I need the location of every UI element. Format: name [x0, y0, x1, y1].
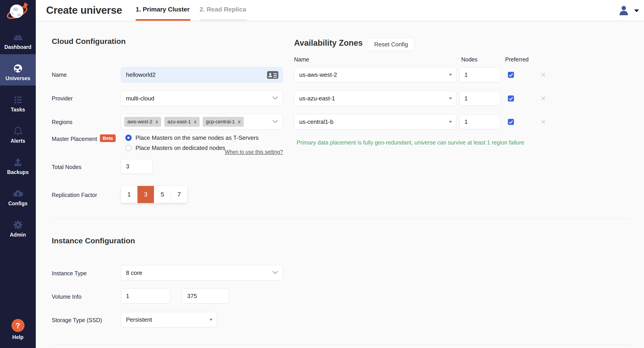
- replication-factor-3-button[interactable]: 3: [138, 186, 154, 203]
- globe-icon: [0, 63, 36, 74]
- az-zone-select[interactable]: us-azu-east-1: [294, 91, 456, 106]
- regions-label: Regions: [52, 119, 72, 126]
- availability-zones-heading: Availability Zones: [294, 38, 363, 48]
- radio-label: Place Masters on the same nodes as T-Ser…: [136, 134, 258, 141]
- region-chip[interactable]: azu-east-1 x: [164, 117, 200, 127]
- bell-icon: [0, 126, 36, 137]
- remove-zone-icon[interactable]: [541, 72, 546, 78]
- region-chip[interactable]: aws-west-2 x: [124, 117, 161, 127]
- sidebar-item-label: Admin: [0, 232, 36, 238]
- radio-masters-same-nodes[interactable]: Place Masters on the same nodes as T-Ser…: [125, 134, 258, 142]
- region-chip-label: gcp-central-1: [206, 119, 235, 125]
- volume-info-label: Volume Info: [52, 294, 82, 300]
- autofill-card-icon: [267, 71, 278, 79]
- chevron-down-icon: [272, 120, 278, 124]
- provider-select[interactable]: multi-cloud: [121, 91, 283, 106]
- sidebar-item-admin[interactable]: Admin: [0, 211, 36, 242]
- az-nodes-input[interactable]: [459, 67, 500, 82]
- radio-selected-icon: [125, 134, 132, 141]
- backup-upload-icon: [0, 157, 36, 168]
- sidebar-item-universes[interactable]: Universes: [0, 54, 36, 86]
- user-menu-button[interactable]: [618, 5, 639, 16]
- tab-label: 2. Read Replica: [200, 6, 246, 13]
- storage-type-label: Storage Type (SSD): [52, 317, 102, 324]
- sidebar-item-label: Backups: [0, 169, 36, 175]
- header-divider: [618, 0, 618, 21]
- preferred-checkbox-checked[interactable]: [508, 96, 514, 102]
- section-divider: [52, 218, 631, 218]
- az-zone-select[interactable]: us-aws-west-2: [294, 67, 456, 82]
- gauge-icon: [0, 32, 36, 43]
- sidebar-item-dashboard[interactable]: Dashboard: [0, 23, 36, 54]
- sidebar: Dashboard Universes: [0, 0, 36, 348]
- radio-unselected-icon: [125, 145, 132, 151]
- provider-value: multi-cloud: [126, 95, 154, 102]
- az-zone-select[interactable]: us-central1-b: [294, 114, 456, 130]
- remove-chip-icon[interactable]: x: [156, 119, 158, 125]
- replication-factor-5-button[interactable]: 5: [154, 186, 171, 203]
- cloud-configuration-heading: Cloud Configuration: [52, 37, 126, 46]
- total-nodes-label: Total Nodes: [52, 164, 82, 170]
- instance-type-select[interactable]: 8 core: [121, 265, 283, 280]
- sidebar-item-help[interactable]: ? Help: [0, 318, 36, 346]
- az-nodes-input[interactable]: [459, 114, 500, 129]
- preferred-checkbox-checked[interactable]: [508, 72, 514, 78]
- sidebar-nav: Dashboard Universes: [0, 23, 36, 242]
- region-chip-label: aws-west-2: [127, 119, 152, 125]
- sidebar-item-backups[interactable]: Backups: [0, 148, 36, 180]
- sidebar-item-label: Alerts: [0, 138, 36, 144]
- sidebar-item-alerts[interactable]: Alerts: [0, 117, 36, 148]
- dropdown-caret-icon: [449, 74, 452, 76]
- az-column-preferred: Preferred: [505, 56, 528, 63]
- help-icon: ?: [12, 319, 24, 332]
- az-zone-value: us-aws-west-2: [299, 71, 337, 78]
- dropdown-caret-icon: [449, 121, 452, 123]
- help-label: Help: [0, 334, 36, 340]
- instance-configuration-heading: Instance Configuration: [52, 236, 135, 245]
- replication-factor-1-button[interactable]: 1: [121, 186, 138, 203]
- cloud-upload-icon: [0, 188, 36, 199]
- active-tab-indicator: [136, 19, 190, 21]
- volume-count-input[interactable]: [121, 288, 170, 304]
- tab-primary-cluster[interactable]: 1. Primary Cluster: [136, 0, 190, 21]
- tab-read-replica[interactable]: 2. Read Replica: [200, 0, 247, 21]
- top-bar: Create universe 1. Primary Cluster 2. Re…: [36, 0, 644, 21]
- remove-zone-icon[interactable]: [541, 119, 546, 124]
- when-to-use-setting-link[interactable]: When to use this setting?: [225, 149, 283, 155]
- radio-masters-dedicated-nodes[interactable]: Place Masters on dedicated nodes: [125, 144, 225, 152]
- provider-label: Provider: [52, 95, 73, 102]
- az-nodes-input[interactable]: [459, 91, 500, 106]
- chevron-down-icon: [272, 270, 278, 275]
- universe-name-input[interactable]: [121, 67, 283, 82]
- preferred-checkbox-checked[interactable]: [508, 119, 514, 125]
- remove-chip-icon[interactable]: x: [238, 119, 240, 125]
- reset-config-button[interactable]: Reset Config: [368, 38, 414, 51]
- remove-zone-icon[interactable]: [541, 96, 546, 101]
- replication-factor-group: 1 3 5 7: [121, 186, 188, 203]
- remove-chip-icon[interactable]: x: [194, 119, 196, 125]
- total-nodes-input[interactable]: [121, 159, 152, 174]
- sidebar-item-label: Dashboard: [0, 44, 36, 50]
- region-chip-label: azu-east-1: [168, 119, 191, 125]
- region-chip[interactable]: gcp-central-1 x: [203, 117, 244, 127]
- master-placement-label: Master Placement: [52, 136, 97, 142]
- sidebar-item-configs[interactable]: Configs: [0, 180, 36, 211]
- gear-icon: [0, 219, 36, 230]
- storage-type-value: Persistent: [126, 316, 152, 323]
- sidebar-item-label: Tasks: [0, 107, 36, 113]
- tab-label: 1. Primary Cluster: [136, 6, 190, 13]
- regions-multiselect[interactable]: aws-west-2 x azu-east-1 x gcp-central-1 …: [121, 114, 283, 130]
- yugabyte-logo-icon[interactable]: [6, 1, 30, 22]
- storage-type-select[interactable]: Persistent: [121, 312, 217, 327]
- volume-size-input[interactable]: [182, 288, 229, 304]
- create-universe-page: Dashboard Universes: [0, 0, 644, 348]
- replication-factor-7-button[interactable]: 7: [171, 186, 188, 203]
- sidebar-item-tasks[interactable]: Tasks: [0, 86, 36, 117]
- name-label: Name: [52, 72, 67, 78]
- instance-type-label: Instance Type: [52, 270, 87, 277]
- sidebar-item-label: Universes: [0, 76, 36, 82]
- dropdown-caret-icon: [449, 98, 452, 100]
- az-zone-value: us-azu-east-1: [299, 95, 335, 102]
- az-column-nodes: Nodes: [461, 56, 478, 63]
- main-content: Cloud Configuration Name Provider multi-…: [36, 21, 644, 348]
